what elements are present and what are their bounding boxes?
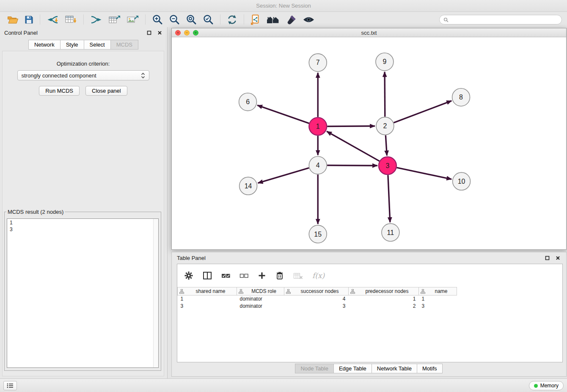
export-image-button[interactable] (124, 13, 142, 26)
table-cell[interactable]: dominator (237, 303, 284, 310)
graph-node-3[interactable]: 3 (379, 157, 396, 174)
control-panel: Control Panel Network Style Select MCDS … (0, 27, 168, 378)
graph-edge-4-3[interactable] (327, 166, 377, 166)
run-mcds-button[interactable]: Run MCDS (39, 86, 80, 96)
graph-edge-2-3[interactable] (385, 135, 387, 155)
graph-node-10[interactable]: 10 (453, 172, 471, 190)
tab-motifs[interactable]: Motifs (417, 364, 443, 373)
copy-network-button[interactable] (248, 13, 263, 26)
graph-node-1[interactable]: 1 (309, 118, 327, 135)
graph-svg[interactable]: 7968124314101511 (172, 37, 566, 249)
graph-node-6[interactable]: 6 (239, 93, 257, 111)
table-cell[interactable]: 1 (178, 295, 237, 303)
table-cell[interactable]: 2 (349, 303, 419, 310)
graph-node-9[interactable]: 9 (376, 53, 394, 71)
table-cell[interactable]: 1 (349, 295, 419, 303)
column-tree-icon (286, 289, 291, 295)
graph-edge-3-11[interactable] (388, 175, 390, 222)
tab-edge-table[interactable]: Edge Table (333, 364, 372, 373)
tab-node-table[interactable]: Node Table (295, 364, 334, 373)
apply-style-button[interactable] (283, 13, 300, 26)
graph-node-4[interactable]: 4 (309, 156, 327, 174)
first-neighbors-button[interactable] (263, 13, 283, 26)
column-header[interactable]: predecessor nodes (349, 287, 419, 295)
tab-select[interactable]: Select (84, 40, 111, 50)
optimization-select[interactable]: strongly connected component (17, 70, 149, 80)
export-network-button[interactable] (87, 13, 105, 26)
deselect-all-button[interactable] (239, 270, 248, 281)
result-line: 3 (10, 226, 156, 233)
apply-layout-button[interactable] (224, 13, 240, 26)
result-scrollbar[interactable] (153, 219, 158, 367)
column-header[interactable]: name (419, 287, 457, 295)
toggle-columns-button[interactable] (203, 270, 212, 281)
function-builder-button[interactable]: f(x) (312, 270, 325, 281)
delete-columns-button[interactable] (275, 270, 284, 281)
close-mcds-panel-button[interactable]: Close panel (85, 86, 127, 96)
zoom-selected-button[interactable] (200, 13, 217, 26)
table-settings-button[interactable] (184, 270, 193, 281)
graph-edge-3-10[interactable] (396, 168, 451, 179)
maximize-window-button[interactable]: + (193, 30, 198, 36)
graph-edge-4-14[interactable] (258, 168, 309, 183)
graph-node-11[interactable]: 11 (382, 224, 399, 241)
graph-edge-3-1[interactable] (327, 131, 380, 161)
graph-edge-1-2[interactable] (327, 126, 375, 127)
open-session-button[interactable] (4, 13, 22, 26)
table-cell[interactable]: 3 (284, 303, 349, 310)
graph-node-7[interactable]: 7 (309, 54, 327, 72)
export-table-button[interactable] (105, 13, 124, 26)
save-session-button[interactable] (22, 13, 36, 26)
table-row[interactable]: 1dominator411 (178, 295, 457, 303)
table-cell[interactable]: 3 (419, 303, 457, 310)
tab-mcds[interactable]: MCDS (110, 40, 138, 50)
network-window-titlebar[interactable]: × − + scc.txt (172, 28, 566, 37)
table-cell[interactable]: 1 (419, 295, 457, 303)
table-row[interactable]: 3dominator323 (178, 303, 457, 310)
import-table-button[interactable] (62, 13, 80, 26)
table-cell[interactable]: 3 (178, 303, 237, 310)
export-image-icon (127, 15, 139, 25)
graph-node-15[interactable]: 15 (309, 225, 327, 243)
minimize-window-button[interactable]: − (184, 30, 190, 36)
float-table-panel-button[interactable] (544, 254, 550, 262)
column-header[interactable]: MCDS role (237, 287, 284, 295)
search-input[interactable] (451, 17, 558, 23)
delete-table-button[interactable] (293, 270, 303, 281)
svg-text:4: 4 (316, 162, 320, 169)
zoom-fit-button[interactable] (183, 13, 200, 26)
graph-node-14[interactable]: 14 (239, 177, 257, 195)
graph-node-2[interactable]: 2 (376, 117, 394, 135)
svg-text:3: 3 (385, 162, 389, 169)
zoom-in-button[interactable] (149, 13, 166, 26)
close-table-panel-button[interactable] (555, 254, 561, 262)
mcds-result-box[interactable]: 13 (7, 218, 159, 368)
close-window-button[interactable]: × (175, 30, 181, 36)
list-icon (7, 383, 14, 388)
homes-icon (266, 15, 280, 24)
create-column-button[interactable] (258, 270, 266, 281)
graph-edge-2-9[interactable] (385, 72, 385, 117)
delete-table-icon (293, 272, 303, 279)
import-network-button[interactable] (44, 13, 62, 26)
memory-button[interactable]: Memory (529, 381, 564, 390)
show-graphics-details-button[interactable] (300, 13, 318, 26)
column-header[interactable]: shared name (178, 287, 237, 295)
column-header[interactable]: successor nodes (284, 287, 349, 295)
table-cell[interactable]: 4 (284, 295, 349, 303)
zoom-out-button[interactable] (166, 13, 183, 26)
search-field[interactable] (439, 15, 562, 25)
tab-network-table[interactable]: Network Table (372, 364, 417, 373)
tab-style[interactable]: Style (60, 40, 84, 50)
float-panel-button[interactable] (146, 29, 152, 36)
result-line: 1 (10, 219, 156, 226)
graph-edge-1-6[interactable] (257, 105, 309, 124)
close-panel-button[interactable] (157, 29, 163, 36)
network-canvas[interactable]: 7968124314101511 (172, 37, 566, 249)
graph-edge-2-8[interactable] (394, 101, 451, 123)
tab-network[interactable]: Network (28, 40, 61, 50)
graph-node-8[interactable]: 8 (452, 88, 470, 106)
select-all-button[interactable] (221, 270, 230, 281)
show-panels-button[interactable] (3, 381, 17, 390)
table-cell[interactable]: dominator (237, 295, 284, 303)
